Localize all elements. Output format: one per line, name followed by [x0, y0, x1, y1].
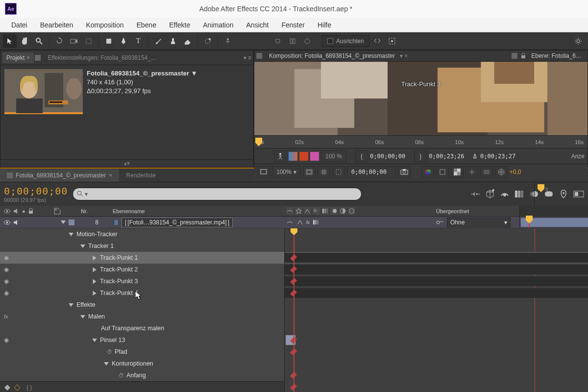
menu-file[interactable]: Datei [5, 21, 34, 29]
eye-icon[interactable] [4, 290, 11, 296]
color-swatch-3[interactable] [310, 152, 319, 161]
tl-3d-icon[interactable] [485, 189, 495, 199]
playhead-marker-icon[interactable] [255, 138, 262, 147]
speaker-icon[interactable] [13, 220, 19, 225]
eraser-tool-icon[interactable] [181, 34, 195, 48]
viewer-time-ruler[interactable]: s 02s 04s 06s 08s 10s 12s 14s 16s [254, 135, 588, 148]
close-icon[interactable]: × [26, 54, 30, 61]
timeline-comp-tab[interactable]: Fotolia_68938154_©_pressmaster × [0, 169, 119, 182]
zoom-percent[interactable]: 100 % [321, 150, 346, 162]
twirl-open-icon[interactable] [61, 220, 66, 224]
align-toggle[interactable]: Ausrichten [322, 35, 369, 47]
twirl-icon[interactable] [69, 233, 74, 236]
tree-row-track-point-1[interactable]: Track-Punkt 1 [0, 252, 284, 264]
composition-tab[interactable]: Komposition: Fotolia_68938154_©_pressmas… [265, 50, 399, 61]
stopwatch-icon[interactable] [119, 372, 124, 378]
viewer-canvas[interactable]: Track-Punkt 3 [254, 62, 588, 135]
rectangle-tool-icon[interactable] [102, 34, 116, 48]
switch-frame-blend-icon[interactable] [321, 207, 329, 215]
menu-window[interactable]: Fenster [275, 21, 311, 29]
exposure-value[interactable]: +0,0 [510, 169, 521, 175]
twirl-icon[interactable] [104, 362, 109, 366]
clone-stamp-tool-icon[interactable] [166, 34, 180, 48]
twirl-closed-icon[interactable] [93, 291, 97, 295]
snap-3-icon[interactable] [300, 34, 314, 48]
menu-view[interactable]: Ansicht [240, 21, 275, 29]
pan-behind-tool-icon[interactable] [82, 34, 96, 48]
eye-icon[interactable] [4, 337, 11, 343]
twirl-icon[interactable] [80, 315, 85, 318]
eye-icon[interactable] [4, 278, 11, 285]
twirl-closed-icon[interactable] [93, 267, 97, 272]
twirl-closed-icon[interactable] [93, 279, 97, 284]
region-icon[interactable] [466, 166, 478, 178]
eye-icon[interactable] [4, 254, 11, 261]
in-point-icon[interactable]: { [355, 150, 368, 162]
layer-tab[interactable]: Ebene: Fotolia_6… [527, 50, 586, 61]
toggle-switches-icon[interactable] [4, 384, 11, 391]
mini-playhead-icon[interactable] [538, 184, 544, 192]
twirl-closed-icon[interactable] [93, 255, 97, 260]
switch-motion-blur-icon[interactable] [330, 207, 338, 215]
tree-row-effects[interactable]: Effekte [0, 299, 284, 311]
menu-layer[interactable]: Ebene [130, 21, 162, 29]
effect-controls-tab[interactable]: Effekteinstellungen: Fotolia_68938154_… [44, 52, 161, 63]
col-parent[interactable]: Übergeordnet [436, 208, 519, 214]
menu-help[interactable]: Hilfe [311, 21, 338, 29]
snapshot-icon[interactable] [398, 166, 411, 178]
panel-color-swatch[interactable] [35, 55, 41, 61]
timeline-icon[interactable] [480, 166, 493, 178]
layer-name[interactable]: [[Fotoli…938154_©_pressmaster.mp4]] [122, 218, 233, 227]
parent-pickwhip-icon[interactable] [436, 219, 444, 226]
switch-fx-icon[interactable]: fx [313, 207, 320, 215]
menu-composition[interactable]: Komposition [79, 21, 130, 29]
tl-graph-icon[interactable] [470, 190, 480, 198]
walk-icon[interactable] [274, 150, 287, 162]
col-ebenenname[interactable]: Ebenenname [113, 208, 284, 214]
zoom-tool-icon[interactable] [32, 34, 46, 48]
transparency-grid-icon[interactable] [451, 166, 464, 178]
resolution-icon[interactable] [303, 166, 316, 178]
channels-icon[interactable] [421, 166, 434, 178]
timeline-tracks-area[interactable] [284, 228, 588, 392]
out-point-icon[interactable]: } [414, 150, 427, 162]
project-thumbnail[interactable] [4, 69, 83, 114]
label-header-icon[interactable] [54, 208, 61, 215]
tree-row-brush-13[interactable]: Pinsel 13 [0, 334, 284, 346]
tl-shy-icon[interactable] [500, 190, 510, 198]
menu-edit[interactable]: Bearbeiten [34, 21, 80, 29]
eye-icon[interactable] [4, 266, 11, 273]
render-queue-tab[interactable]: Renderliste [119, 169, 163, 182]
timecode-in[interactable]: 0;00;00;00 [370, 153, 405, 160]
switch-3d-icon[interactable] [348, 207, 355, 215]
timecode-out[interactable]: 0;00;23;26 [429, 153, 464, 160]
menu-animation[interactable]: Animation [196, 21, 240, 29]
timecode-display[interactable]: 0;00;00;00 [347, 166, 396, 178]
switch-adjust-icon[interactable] [339, 207, 346, 215]
tree-row-tracker-1[interactable]: Tracker 1 [0, 240, 284, 252]
close-icon[interactable]: × [109, 172, 112, 179]
project-tab[interactable]: Projekt× [2, 52, 34, 63]
text-tool-icon[interactable]: T [131, 34, 145, 48]
twirl-icon[interactable] [92, 339, 97, 342]
snap-icon[interactable] [271, 34, 285, 48]
expand-1-icon[interactable] [370, 34, 384, 48]
color-swatch-2[interactable] [299, 152, 308, 161]
layer-row-8[interactable]: 8 [[Fotoli…938154_©_pressmaster.mp4]] fx… [0, 217, 588, 228]
tree-row-path[interactable]: Pfad [0, 346, 284, 358]
camera-tool-icon[interactable] [67, 34, 81, 48]
settings-gear-icon[interactable] [571, 34, 585, 48]
color-swatch-1[interactable] [289, 152, 297, 161]
fx-icon[interactable]: fx [4, 314, 8, 319]
switch-solo-icon[interactable] [304, 207, 311, 215]
rotate-tool-icon[interactable] [52, 34, 66, 48]
aperture-icon[interactable] [495, 166, 508, 178]
tree-row-track-point-2[interactable]: Track-Punkt 2 [0, 264, 284, 275]
parent-dropdown[interactable]: Ohne▾ [447, 218, 511, 227]
puppet-tool-icon[interactable] [221, 34, 235, 48]
tree-row-paint-transparent[interactable]: Auf Transparenz malen [0, 322, 284, 334]
twirl-icon[interactable] [69, 303, 74, 307]
reset-exposure-icon[interactable] [436, 166, 449, 178]
twirl-icon[interactable] [80, 245, 85, 248]
mask-icon[interactable] [332, 166, 345, 178]
